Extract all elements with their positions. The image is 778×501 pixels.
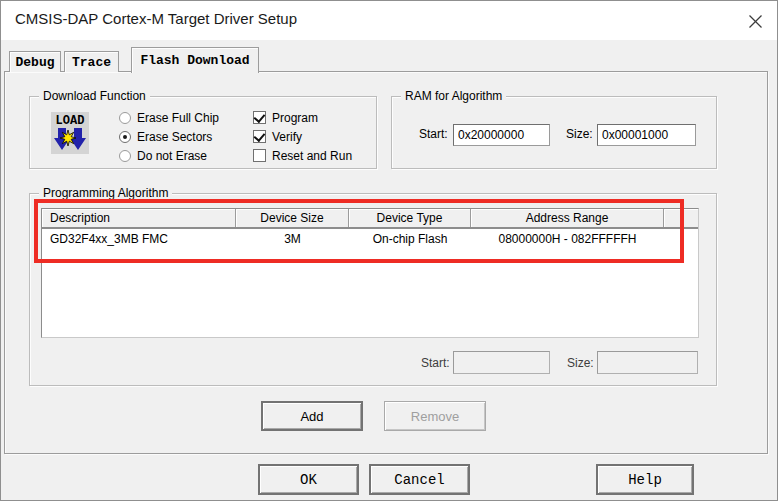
tab-trace-label: Trace <box>72 55 111 70</box>
algorithm-size-input[interactable] <box>597 351 698 374</box>
close-button[interactable] <box>743 9 767 33</box>
checkbox-reset-and-run-control <box>253 149 266 162</box>
add-button-label: Add <box>300 409 323 424</box>
column-header-spacer <box>664 209 698 227</box>
radio-do-not-erase[interactable]: Do not Erase <box>119 148 207 163</box>
checkbox-verify[interactable]: Verify <box>253 129 302 144</box>
target-driver-setup-dialog: CMSIS-DAP Cortex-M Target Driver Setup D… <box>0 0 778 501</box>
cell-description: GD32F4xx_3MB FMC <box>42 232 236 246</box>
tab-flash-download-label: Flash Download <box>140 53 249 68</box>
checkbox-program-control <box>253 111 266 124</box>
algorithm-row[interactable]: GD32F4xx_3MB FMC 3M On-chip Flash 080000… <box>42 229 698 249</box>
radio-erase-full-chip-control <box>119 112 131 124</box>
checkbox-verify-label: Verify <box>272 130 302 144</box>
checkbox-reset-and-run-label: Reset and Run <box>272 149 352 163</box>
load-icon: LOAD <box>51 112 89 154</box>
tab-debug-label: Debug <box>15 55 54 70</box>
algorithm-size-label: Size: <box>567 356 594 370</box>
tab-trace[interactable]: Trace <box>64 51 119 72</box>
radio-do-not-erase-control <box>119 150 131 162</box>
checkbox-program-label: Program <box>272 111 318 125</box>
dialog-title: CMSIS-DAP Cortex-M Target Driver Setup <box>15 10 297 27</box>
ok-button-label: OK <box>300 472 317 488</box>
algorithm-start-input[interactable] <box>453 351 550 374</box>
ram-start-input[interactable] <box>453 124 550 146</box>
column-header-device-size[interactable]: Device Size <box>236 209 349 227</box>
radio-do-not-erase-label: Do not Erase <box>137 149 207 163</box>
algorithm-list-header: Description Device Size Device Type Addr… <box>42 209 698 229</box>
radio-erase-sectors-label: Erase Sectors <box>137 130 212 144</box>
radio-erase-full-chip[interactable]: Erase Full Chip <box>119 110 219 125</box>
remove-button-label: Remove <box>411 409 459 424</box>
svg-text:LOAD: LOAD <box>56 114 85 128</box>
radio-erase-full-chip-label: Erase Full Chip <box>137 111 219 125</box>
remove-button[interactable]: Remove <box>384 401 486 431</box>
ram-start-label: Start: <box>419 127 448 141</box>
radio-erase-sectors[interactable]: Erase Sectors <box>119 129 212 144</box>
ram-size-label: Size: <box>566 127 593 141</box>
cancel-button[interactable]: Cancel <box>369 464 470 495</box>
ram-size-input[interactable] <box>597 124 696 146</box>
download-function-group-label: Download Function <box>39 89 150 103</box>
tab-debug[interactable]: Debug <box>9 51 61 72</box>
checkbox-reset-and-run[interactable]: Reset and Run <box>253 148 352 163</box>
radio-erase-sectors-control <box>119 131 131 143</box>
cell-address-range: 08000000H - 082FFFFFH <box>471 232 664 246</box>
close-icon <box>748 14 763 29</box>
column-header-address-range[interactable]: Address Range <box>471 209 664 227</box>
checkbox-program[interactable]: Program <box>253 110 318 125</box>
cell-device-size: 3M <box>236 232 349 246</box>
checkbox-verify-control <box>253 130 266 143</box>
add-button[interactable]: Add <box>261 401 363 431</box>
programming-algorithm-group-label: Programming Algorithm <box>39 186 172 200</box>
help-button[interactable]: Help <box>596 464 694 495</box>
column-header-description[interactable]: Description <box>42 209 236 227</box>
ok-button[interactable]: OK <box>258 464 359 495</box>
column-header-device-type[interactable]: Device Type <box>349 209 471 227</box>
cell-device-type: On-chip Flash <box>349 232 471 246</box>
ram-for-algorithm-group-label: RAM for Algorithm <box>401 89 506 103</box>
algorithm-start-label: Start: <box>421 356 450 370</box>
algorithm-list[interactable]: Description Device Size Device Type Addr… <box>41 208 699 338</box>
cancel-button-label: Cancel <box>394 472 444 488</box>
tab-flash-download[interactable]: Flash Download <box>131 47 259 73</box>
help-button-label: Help <box>628 472 662 488</box>
titlebar: CMSIS-DAP Cortex-M Target Driver Setup <box>1 1 777 40</box>
